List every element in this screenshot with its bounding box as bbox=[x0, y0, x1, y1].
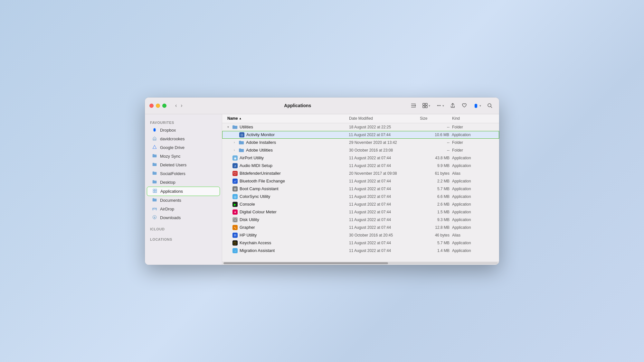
file-row[interactable]: ▾ Utilities18 August 2022 at 22:25--Fold… bbox=[222, 123, 499, 131]
action-menu-button[interactable]: ▾ bbox=[434, 101, 446, 110]
svg-rect-6 bbox=[425, 106, 427, 108]
collapse-arrow-icon[interactable]: ▾ bbox=[227, 125, 231, 129]
horizontal-scrollbar[interactable] bbox=[222, 262, 499, 265]
sidebar-item-deleted-users[interactable]: Deleted Users bbox=[147, 161, 220, 169]
minimize-button[interactable] bbox=[156, 104, 160, 108]
sidebar-item-documents[interactable]: Documents bbox=[147, 196, 220, 205]
kind-cell: Application bbox=[452, 194, 494, 199]
file-row[interactable]: ⊞ Boot Camp Assistant11 August 2022 at 0… bbox=[222, 185, 499, 193]
sidebar-item-davidcrookes[interactable]: davidcrookes bbox=[147, 135, 220, 143]
file-row[interactable]: ⚿ Keychain Access11 August 2022 at 07:44… bbox=[222, 239, 499, 247]
file-name-label: Disk Utility bbox=[240, 217, 259, 222]
gdrive-icon bbox=[152, 145, 157, 150]
size-cell: 2.2 MB bbox=[420, 179, 452, 183]
svg-rect-5 bbox=[423, 106, 425, 108]
file-name-label: Audio MIDI Setup bbox=[240, 163, 272, 168]
file-name-cell: ▶ Console bbox=[227, 202, 349, 207]
file-name-label: Boot Camp Assistant bbox=[240, 186, 279, 191]
file-row[interactable]: ◯ Disk Utility11 August 2022 at 07:449.3… bbox=[222, 216, 499, 224]
file-row[interactable]: › Adobe Installers29 November 2020 at 13… bbox=[222, 139, 499, 146]
list-view-button[interactable] bbox=[409, 101, 418, 110]
svg-point-8 bbox=[439, 105, 440, 106]
svg-text:🛡: 🛡 bbox=[233, 172, 237, 175]
file-row[interactable]: → Migration Assistant11 August 2022 at 0… bbox=[222, 247, 499, 255]
search-icon bbox=[487, 103, 493, 108]
back-button[interactable]: ‹ bbox=[174, 102, 178, 109]
sidebar-item-applications[interactable]: Applications bbox=[147, 187, 220, 196]
date-modified-cell: 11 August 2022 at 07:44 bbox=[349, 163, 420, 168]
sidebar-item-google-drive[interactable]: Google Drive bbox=[147, 143, 220, 152]
file-list-container: Name ▲ Date Modified Size Kind ▾ Utiliti… bbox=[222, 114, 499, 265]
digital-colour-meter-app-icon: ✦ bbox=[232, 209, 238, 215]
migration-assistant-app-icon: → bbox=[232, 248, 238, 253]
sidebar-item-airdrop[interactable]: AirDrop bbox=[147, 205, 220, 213]
sidebar-item-label-airdrop: AirDrop bbox=[160, 207, 174, 211]
downloads-icon bbox=[152, 215, 157, 220]
size-cell: 61 bytes bbox=[420, 171, 452, 176]
svg-text:◎: ◎ bbox=[234, 195, 237, 199]
sidebar-item-downloads[interactable]: Downloads bbox=[147, 213, 220, 222]
svg-rect-24 bbox=[155, 191, 157, 192]
file-row[interactable]: › Adobe Utilities30 October 2016 at 23:0… bbox=[222, 146, 499, 154]
forward-button[interactable]: › bbox=[179, 102, 184, 109]
file-name-cell: ⚿ Keychain Access bbox=[227, 240, 349, 246]
file-row[interactable]: ⌭ Bluetooth File Exchange11 August 2022 … bbox=[222, 177, 499, 185]
file-row[interactable]: H HP Utility30 October 2016 at 20:4546 b… bbox=[222, 231, 499, 239]
sidebar-item-desktop[interactable]: Desktop bbox=[147, 178, 220, 187]
window-title: Applications bbox=[196, 103, 400, 108]
svg-line-15 bbox=[491, 107, 492, 108]
file-row[interactable]: ▶ Console11 August 2022 at 07:442.6 MBAp… bbox=[222, 200, 499, 208]
sidebar-item-label-mozy-sync: Mozy Sync bbox=[160, 154, 181, 159]
sidebar-item-label-google-drive: Google Drive bbox=[160, 145, 185, 150]
file-row[interactable]: ◎ ColorSync Utility11 August 2022 at 07:… bbox=[222, 193, 499, 200]
svg-marker-20 bbox=[153, 145, 156, 149]
size-cell: 9.3 MB bbox=[420, 218, 452, 222]
file-row[interactable]: ∿ Grapher11 August 2022 at 07:4412.8 MBA… bbox=[222, 224, 499, 231]
tag-button[interactable] bbox=[459, 101, 469, 110]
kind-cell: Application bbox=[452, 248, 494, 253]
svg-text:▶: ▶ bbox=[234, 203, 236, 206]
svg-text:∿: ∿ bbox=[234, 226, 236, 229]
svg-point-25 bbox=[154, 208, 155, 209]
maximize-button[interactable] bbox=[162, 104, 166, 108]
grid-view-button[interactable]: ▾ bbox=[420, 101, 432, 110]
date-modified-cell: 11 August 2022 at 07:44 bbox=[349, 210, 420, 214]
file-row[interactable]: ⊡ Activity Monitor11 August 2022 at 07:4… bbox=[222, 131, 499, 139]
name-column-header[interactable]: Name ▲ bbox=[227, 116, 349, 121]
file-row[interactable]: ♬ Audio MIDI Setup11 August 2022 at 07:4… bbox=[222, 162, 499, 170]
file-row[interactable]: 🛡 BitdefenderUninstaller20 November 2017… bbox=[222, 170, 499, 177]
file-name-label: Activity Monitor bbox=[246, 132, 275, 137]
sidebar-item-social-folders[interactable]: SocialFolders bbox=[147, 169, 220, 178]
svg-text:H: H bbox=[234, 234, 236, 237]
date-modified-cell: 11 August 2022 at 07:44 bbox=[349, 179, 420, 183]
svg-text:✦: ✦ bbox=[234, 210, 236, 214]
close-button[interactable] bbox=[149, 104, 154, 108]
boot-camp-app-icon: ⊞ bbox=[232, 186, 238, 191]
share-button[interactable] bbox=[448, 101, 458, 110]
file-name-cell: ▾ Utilities bbox=[227, 125, 349, 130]
sidebar-item-dropbox[interactable]: Dropbox bbox=[147, 126, 220, 135]
sidebar-item-mozy-sync[interactable]: Mozy Sync bbox=[147, 152, 220, 161]
search-button[interactable] bbox=[485, 101, 495, 110]
file-row[interactable]: ◉ AirPort Utility11 August 2022 at 07:44… bbox=[222, 154, 499, 162]
file-name-cell: ✦ Digital Colour Meter bbox=[227, 209, 349, 215]
folder-icon bbox=[239, 148, 244, 153]
grapher-app-icon: ∿ bbox=[232, 225, 238, 230]
bluetooth-file-exchange-app-icon: ⌭ bbox=[232, 179, 238, 184]
size-column-header[interactable]: Size bbox=[420, 116, 452, 121]
svg-text:◯: ◯ bbox=[233, 218, 237, 222]
date-modified-cell: 11 August 2022 at 07:44 bbox=[349, 248, 420, 253]
sidebar-item-label-davidcrookes: davidcrookes bbox=[160, 136, 185, 141]
expand-arrow-icon[interactable]: › bbox=[234, 148, 237, 152]
kind-column-header[interactable]: Kind bbox=[452, 116, 494, 121]
dropbox-toolbar-button[interactable]: ▾ bbox=[471, 101, 483, 110]
home-icon bbox=[152, 136, 157, 142]
size-cell: 1.5 MB bbox=[420, 210, 452, 214]
file-name-cell: ♬ Audio MIDI Setup bbox=[227, 163, 349, 168]
kind-cell: Alias bbox=[452, 171, 494, 176]
nav-buttons: ‹ › bbox=[174, 102, 184, 109]
file-name-cell: ⊡ Activity Monitor bbox=[228, 132, 349, 137]
expand-arrow-icon[interactable]: › bbox=[234, 141, 237, 144]
file-row[interactable]: ✦ Digital Colour Meter11 August 2022 at … bbox=[222, 208, 499, 216]
date-column-header[interactable]: Date Modified bbox=[349, 116, 420, 121]
